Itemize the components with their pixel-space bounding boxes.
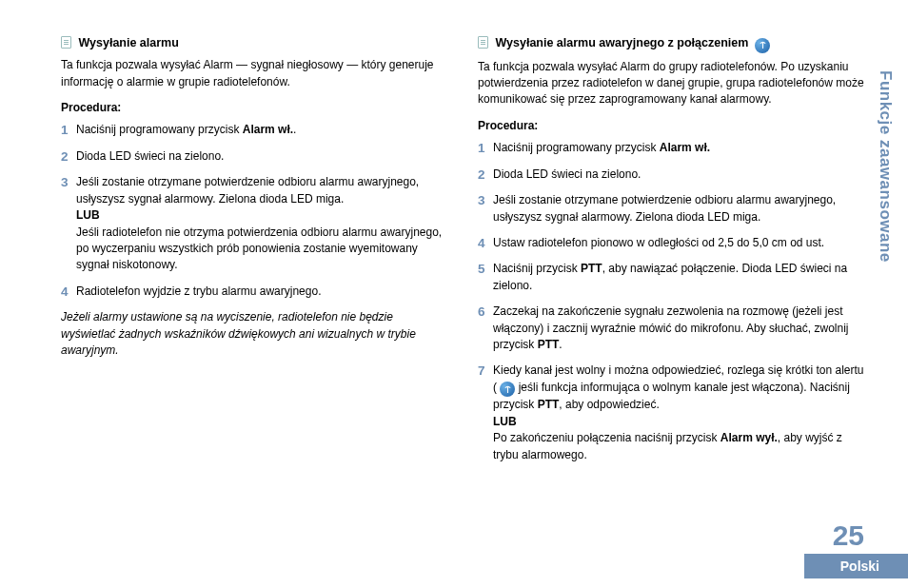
right-heading: Wysyłanie alarmu awaryjnego z połączenie… <box>478 34 864 53</box>
step-number: 2 <box>61 148 76 166</box>
step-item: 3Jeśli zostanie otrzymane potwierdzenie … <box>61 174 447 273</box>
step-item: 6Zaczekaj na zakończenie sygnału zezwole… <box>478 304 864 353</box>
step-number: 5 <box>478 261 493 294</box>
step-item: 3Jeśli zostanie otrzymane potwierdzenie … <box>478 192 864 225</box>
step-number: 4 <box>61 284 76 301</box>
left-heading-text: Wysyłanie alarmu <box>78 36 178 49</box>
left-steps-list: 1Naciśnij programowany przycisk Alarm wł… <box>61 122 447 300</box>
step-body: Jeśli zostanie otrzymane potwierdzenie o… <box>493 192 864 225</box>
left-intro: Ta funkcja pozwala wysyłać Alarm — sygna… <box>61 57 447 90</box>
step-item: 1Naciśnij programowany przycisk Alarm wł… <box>478 140 864 157</box>
step-number: 6 <box>478 304 493 353</box>
step-number: 3 <box>478 192 493 225</box>
step-number: 2 <box>478 167 493 184</box>
right-intro: Ta funkcja pozwala wysyłać Alarm do grup… <box>478 59 864 108</box>
step-number: 1 <box>478 140 493 157</box>
step-item: 7Kiedy kanał jest wolny i można odpowied… <box>478 363 864 462</box>
step-item: 5Naciśnij przycisk PTT, aby nawiązać poł… <box>478 261 864 294</box>
step-body: Dioda LED świeci na zielono. <box>493 167 864 184</box>
step-item: 2Dioda LED świeci na zielono. <box>61 148 447 166</box>
lub-label: LUB <box>493 415 517 428</box>
section-tab: Funkcje zaawansowane <box>876 70 895 263</box>
step-body: Ustaw radiotelefon pionowo w odległości … <box>493 235 864 252</box>
step-number: 4 <box>478 235 493 252</box>
language-tab: Polski <box>804 554 908 578</box>
antenna-icon <box>755 38 770 53</box>
step-body: Radiotelefon wyjdzie z trybu alarmu awar… <box>76 284 447 301</box>
step-body: Naciśnij programowany przycisk Alarm wł.… <box>76 122 447 139</box>
step-item: 4Radiotelefon wyjdzie z trybu alarmu awa… <box>61 284 447 301</box>
step-item: 2Dioda LED świeci na zielono. <box>478 167 864 184</box>
page-number: 25 <box>833 519 864 552</box>
step-body: Zaczekaj na zakończenie sygnału zezwolen… <box>493 304 864 353</box>
left-column: Wysyłanie alarmu Ta funkcja pozwala wysy… <box>61 34 447 473</box>
right-steps-list: 1Naciśnij programowany przycisk Alarm wł… <box>478 140 864 463</box>
step-number: 3 <box>61 174 76 273</box>
document-icon <box>478 36 488 49</box>
step-item: 4Ustaw radiotelefon pionowo w odległości… <box>478 235 864 252</box>
step-number: 1 <box>61 122 76 139</box>
step-body: Kiedy kanał jest wolny i można odpowiedz… <box>493 363 864 462</box>
left-note: Jeżeli alarmy ustawione są na wyciszenie… <box>61 309 447 359</box>
step-body: Naciśnij przycisk PTT, aby nawiązać połą… <box>493 261 864 294</box>
right-column: Wysyłanie alarmu awaryjnego z połączenie… <box>478 34 864 473</box>
page-content: Wysyłanie alarmu Ta funkcja pozwala wysy… <box>0 0 908 473</box>
step-body: Jeśli zostanie otrzymane potwierdzenie o… <box>76 174 447 273</box>
step-item: 1Naciśnij programowany przycisk Alarm wł… <box>61 122 447 139</box>
left-heading: Wysyłanie alarmu <box>61 34 447 51</box>
antenna-icon <box>500 382 515 397</box>
step-body: Dioda LED świeci na zielono. <box>76 148 447 166</box>
step-body: Naciśnij programowany przycisk Alarm wł. <box>493 140 864 157</box>
lub-label: LUB <box>76 208 100 222</box>
left-proc-label: Procedura: <box>61 100 447 116</box>
document-icon <box>61 36 71 49</box>
right-heading-text: Wysyłanie alarmu awaryjnego z połączenie… <box>495 36 748 49</box>
right-proc-label: Procedura: <box>478 118 864 134</box>
step-number: 7 <box>478 363 493 462</box>
